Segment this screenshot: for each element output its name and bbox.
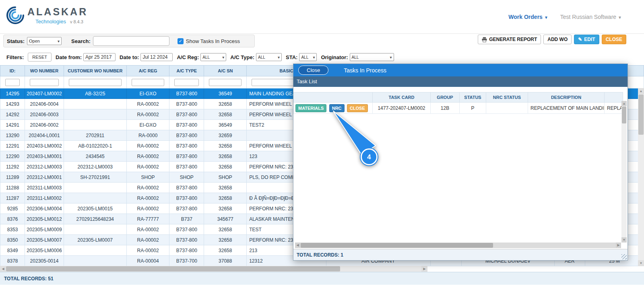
ac-type-select[interactable]: ALL▾: [256, 53, 282, 61]
wo-cell: 202312-LM0001: [25, 172, 64, 183]
status-cell: P: [460, 103, 486, 114]
status-select[interactable]: Open▾: [27, 37, 62, 45]
scrollbar-thumb[interactable]: [638, 95, 644, 135]
popup-total-records-label: TOTAL RECORDS: 1: [297, 252, 343, 258]
task-list-table: TASK CARD GROUP STATUS NRC STATUS DESCRI…: [293, 92, 623, 114]
app-header: ALASKAR Technologies v 8.4.3 Work Orders…: [0, 0, 644, 34]
wo-column-filter-input[interactable]: [30, 79, 58, 86]
wo-cell: 32658: [204, 151, 247, 162]
wo-cell: 202306-LM0004: [25, 203, 64, 214]
chevron-down-icon: ▾: [222, 55, 224, 60]
wo-cell: B737-800: [169, 193, 204, 203]
scroll-right-arrow[interactable]: ▶: [616, 243, 621, 248]
ac-reg-select[interactable]: ALL▾: [200, 53, 226, 61]
scrollbar-thumb[interactable]: [301, 243, 493, 248]
nrc-button[interactable]: NRC: [329, 104, 345, 112]
sta-select[interactable]: ALL▾: [299, 53, 317, 61]
edit-button[interactable]: ✎EDIT: [574, 35, 599, 44]
nav-work-orders[interactable]: Work Orders▼: [508, 14, 548, 20]
wo-cell: 32658: [204, 203, 247, 214]
materials-button[interactable]: MATERIALS: [295, 104, 326, 112]
wo-cell: RA-00002: [126, 109, 169, 120]
wo-cell: [64, 224, 126, 235]
show-tasks-label: Show Tasks In Process: [186, 38, 240, 44]
wo-column-filter-input[interactable]: [209, 79, 242, 86]
wo-cell: B737: [169, 214, 204, 224]
wo-cell: 37088: [204, 256, 247, 266]
wo-cell: 32658: [204, 235, 247, 245]
wo-column-filter-input[interactable]: [5, 79, 20, 86]
popup-horizontal-scrollbar[interactable]: ◀ ▶: [295, 243, 621, 248]
reset-filters-button[interactable]: RESET: [28, 53, 52, 62]
wo-cell: RA-00002: [126, 183, 169, 193]
column-header-nrc-status[interactable]: NRC STATUS: [486, 92, 528, 103]
task-close-button[interactable]: CLOSE: [347, 104, 368, 112]
wo-column-header[interactable]: A/C TYPE: [169, 66, 204, 76]
popup-title: Tasks In Process: [344, 67, 386, 74]
wo-cell: B737-800: [169, 224, 204, 235]
wo-cell: SHOP: [126, 172, 169, 183]
total-records-bar: TOTAL RECORDS: 51: [0, 272, 644, 285]
wo-cell: RA-77777: [126, 214, 169, 224]
nav-user-menu[interactable]: Test Russian Software▼: [560, 14, 622, 20]
wo-cell: RA-00002: [126, 235, 169, 245]
app-version: v 8.4.3: [70, 19, 83, 24]
wo-cell: 202305-LM0012: [25, 214, 64, 224]
wo-column-header[interactable]: CUSTOMER WO NUMBER: [64, 66, 126, 76]
scroll-down-arrow[interactable]: ▼: [621, 237, 627, 243]
add-wo-button[interactable]: ADD WO: [543, 35, 572, 44]
scroll-up-arrow[interactable]: ▲: [638, 88, 644, 94]
search-input[interactable]: [93, 36, 169, 46]
wo-cell: 8378: [0, 256, 25, 266]
wo-cell: [64, 193, 126, 203]
popup-vertical-scrollbar[interactable]: ▲ ▼: [621, 101, 627, 243]
vertical-scrollbar[interactable]: ▲ ▼: [638, 88, 644, 266]
wo-cell: [64, 109, 126, 120]
wo-column-header[interactable]: A/C SN: [204, 66, 247, 76]
wo-column-filter-input[interactable]: [174, 79, 199, 86]
task-row[interactable]: MATERIALS NRC CLOSE 1477-202407-LM0002 1…: [294, 103, 623, 114]
scroll-down-arrow[interactable]: ▼: [638, 260, 644, 266]
wo-cell: 202305-LM0006: [25, 245, 64, 256]
date-from-label: Date from:: [56, 54, 82, 60]
wo-cell: B737-800: [169, 88, 204, 99]
resize-handle[interactable]: [621, 254, 627, 259]
scrollbar-thumb[interactable]: [622, 107, 626, 123]
wo-column-filter-input[interactable]: [132, 79, 164, 86]
popup-close-button[interactable]: Close: [298, 66, 328, 75]
wo-cell: 14293: [0, 99, 25, 109]
scroll-left-arrow[interactable]: ◀: [295, 243, 300, 248]
wo-cell: B737-800: [169, 130, 204, 141]
date-to-input[interactable]: [140, 53, 173, 61]
column-header-description[interactable]: DESCRIPTION: [528, 92, 605, 103]
wo-cell: [64, 120, 126, 130]
wo-cell: 202406-0002: [25, 120, 64, 130]
scroll-up-arrow[interactable]: ▲: [621, 101, 627, 106]
column-header-group[interactable]: GROUP: [431, 92, 460, 103]
column-header-status[interactable]: STATUS: [460, 92, 486, 103]
close-wo-button[interactable]: CLOSE: [602, 35, 626, 44]
wo-column-header[interactable]: A/C REG: [126, 66, 169, 76]
wo-cell: 32658: [204, 141, 247, 151]
logo-title: ALASKAR: [27, 6, 88, 18]
date-from-input[interactable]: [83, 53, 116, 61]
generate-report-button[interactable]: GENERATE REPORT: [478, 35, 541, 44]
column-header-task-card[interactable]: TASK CARD: [373, 92, 431, 103]
originator-select[interactable]: ALL▾: [350, 53, 394, 61]
scroll-left-arrow[interactable]: ◀: [0, 266, 6, 272]
horizontal-scrollbar[interactable]: ◀ ▶: [0, 266, 427, 272]
wo-cell: 14295: [0, 88, 25, 99]
wo-column-filter-input[interactable]: [69, 79, 122, 86]
wo-filter-cell: [204, 76, 247, 88]
scrollbar-thumb[interactable]: [6, 266, 340, 271]
chevron-down-icon: ▾: [390, 55, 392, 60]
nrc-status-cell: [486, 103, 528, 114]
show-tasks-checkbox[interactable]: ✓: [178, 38, 184, 44]
wo-cell: 8353: [0, 224, 25, 235]
popup-total-records-bar: TOTAL RECORDS: 1: [293, 249, 627, 260]
task-list-section-header: Task List: [293, 76, 627, 87]
wo-column-header[interactable]: WO NUMBER: [25, 66, 64, 76]
scroll-right-arrow[interactable]: ▶: [421, 266, 427, 272]
wo-cell: RA-0000: [126, 130, 169, 141]
wo-column-header[interactable]: ID:: [0, 66, 25, 76]
